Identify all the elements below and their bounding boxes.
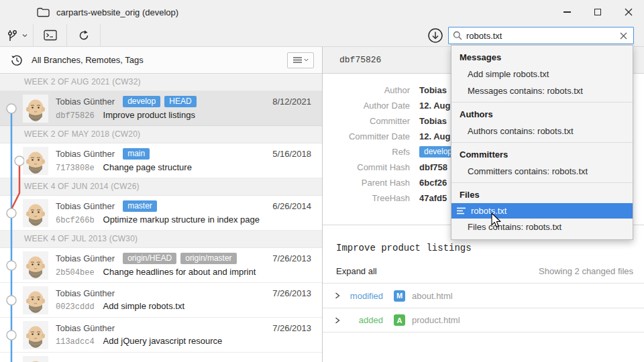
window-title: carparts-website_orig (develop) <box>56 7 178 17</box>
dropdown-section-messages: Messages <box>451 48 633 66</box>
search-box <box>448 27 634 44</box>
commit-message: Add jQuery javascript resource <box>103 336 223 346</box>
avatar <box>23 199 48 227</box>
detail-label: Refs <box>323 147 410 157</box>
commit-date: 7/26/2013 <box>272 288 311 298</box>
commit-message: Improve product listings <box>103 110 195 120</box>
file-row-about[interactable]: modified M about.html <box>323 283 644 308</box>
file-row-product[interactable]: added A product.html <box>323 308 644 333</box>
commit-row-dbf75826[interactable]: Tobias Günther develop HEAD 8/12/2021 db… <box>0 91 322 126</box>
week-group-header: WEEK 2 OF AUG 2021 (CW32) <box>0 74 322 91</box>
list-options-button[interactable] <box>287 52 314 68</box>
divider <box>451 142 633 143</box>
commit-list: WEEK 2 OF AUG 2021 (CW32) Tobias Günther… <box>0 74 322 362</box>
detail-value: Tobias <box>419 116 447 126</box>
commit-row-0023cddd[interactable]: Tobias Günther 7/26/2013 0023cddd Add si… <box>0 283 322 318</box>
commit-date: 6/26/2014 <box>272 201 311 211</box>
suggestion-item[interactable]: Messages contains: robots.txt <box>451 82 633 99</box>
dropdown-section-authors: Authors <box>451 105 633 123</box>
maximize-button[interactable] <box>582 0 613 24</box>
search-clear-button[interactable] <box>617 29 629 42</box>
refresh-button[interactable] <box>67 24 100 46</box>
maximize-icon <box>594 9 601 15</box>
app-window: carparts-website_orig (develop) <box>0 0 644 362</box>
commit-date: 8/12/2021 <box>272 97 311 107</box>
toolbar-separator <box>100 24 101 46</box>
commit-author: Tobias Günther <box>56 97 115 107</box>
branch-badge[interactable]: develop <box>123 96 160 107</box>
chevron-down-icon <box>304 58 309 62</box>
commit-row-113adcc4[interactable]: Tobias Günther 7/26/2013 113adcc4 Add jQ… <box>0 318 322 353</box>
branch-filter-label: All Branches, Remotes, Tags <box>32 55 144 65</box>
avatar <box>23 95 48 123</box>
suggestion-item[interactable]: Files contains: robots.txt <box>451 219 633 235</box>
minimize-button[interactable] <box>551 0 582 24</box>
pull-button[interactable] <box>424 24 447 46</box>
remote-badge[interactable]: origin/master <box>180 253 236 264</box>
avatar <box>23 356 48 362</box>
hamburger-icon <box>293 57 302 63</box>
head-badge[interactable]: HEAD <box>164 96 196 107</box>
commit-row-2b504bee[interactable]: Tobias Günther origin/HEAD origin/master… <box>0 248 322 283</box>
branch-menu-button[interactable] <box>0 24 33 46</box>
commit-hash: 113adcc4 <box>56 337 95 347</box>
commit-row-6bcf266b[interactable]: Tobias Günther master 6/26/2014 6bcf266b… <box>0 196 322 231</box>
commit-row-partial[interactable]: Tobias Günther 7/26/2013 <box>0 353 322 362</box>
added-badge-icon: A <box>394 314 405 326</box>
mouse-cursor <box>490 213 502 229</box>
detail-value: 6bcf26 <box>419 178 447 188</box>
file-status: added <box>340 315 383 325</box>
search-input[interactable] <box>466 31 617 41</box>
diff-toolbar: Expand all Showing 2 changed files <box>323 266 644 276</box>
commit-row-7173808e[interactable]: Tobias Günther main 5/16/2018 7173808e C… <box>0 143 322 178</box>
detail-value: dbf758 <box>419 162 447 172</box>
branch-badge[interactable]: main <box>123 148 150 160</box>
chevron-right-icon[interactable] <box>335 317 340 324</box>
suggestion-item[interactable]: Committers contains: robots.txt <box>451 163 633 180</box>
avatar <box>23 286 48 314</box>
file-name: product.html <box>412 315 460 325</box>
commit-author: Tobias Günther <box>56 288 115 298</box>
chevron-down-icon <box>22 34 28 38</box>
toolbar <box>0 24 644 47</box>
terminal-button[interactable] <box>34 24 66 46</box>
detail-label: TreeHash <box>323 193 410 203</box>
search-icon <box>453 31 462 40</box>
suggestion-item-selected[interactable]: robots.txt <box>451 203 633 219</box>
dropdown-section-committers: Committers <box>451 145 633 163</box>
terminal-icon <box>44 29 57 41</box>
week-group-header: WEEK 2 OF MAY 2018 (CW20) <box>0 126 322 143</box>
expand-all-button[interactable]: Expand all <box>336 266 377 276</box>
suggestion-item[interactable]: Add simple robots.txt <box>451 66 633 82</box>
commit-author: Tobias Günther <box>56 149 115 159</box>
avatar <box>23 321 48 349</box>
detail-label: Author Date <box>323 101 410 111</box>
file-status: modified <box>340 291 383 301</box>
branch-badge[interactable]: master <box>123 200 157 212</box>
repo-folder-icon <box>37 7 50 17</box>
search-suggestions-dropdown: Messages Add simple robots.txt Messages … <box>451 45 633 240</box>
commit-hash: 7173808e <box>56 164 95 173</box>
changed-files-summary: Showing 2 changed files <box>539 266 633 276</box>
download-circle-icon <box>427 27 443 44</box>
history-header: All Branches, Remotes, Tags <box>0 47 322 74</box>
clear-icon <box>620 32 627 40</box>
minimize-icon <box>564 11 571 13</box>
detail-value: 12. Aug <box>419 131 450 141</box>
history-panel: All Branches, Remotes, Tags WEEK 2 OF AU… <box>0 47 322 362</box>
suggestion-item[interactable]: Authors contains: robots.txt <box>451 123 633 139</box>
git-graph-icon <box>6 29 19 42</box>
close-button[interactable] <box>613 0 644 24</box>
commit-author: Tobias Günther <box>56 201 115 211</box>
file-lines-icon <box>457 207 466 215</box>
detail-label: Commit Hash <box>323 162 410 172</box>
detail-label: Committer <box>323 116 410 126</box>
detail-value: Tobias <box>419 85 447 95</box>
detail-label: Author <box>323 85 410 95</box>
detail-value: 12. Aug <box>419 101 450 111</box>
history-clock-icon <box>11 54 23 66</box>
dropdown-section-files: Files <box>451 186 633 203</box>
remote-badge[interactable]: origin/HEAD <box>123 253 176 264</box>
chevron-right-icon[interactable] <box>335 292 340 299</box>
commit-date: 7/26/2013 <box>272 253 311 263</box>
